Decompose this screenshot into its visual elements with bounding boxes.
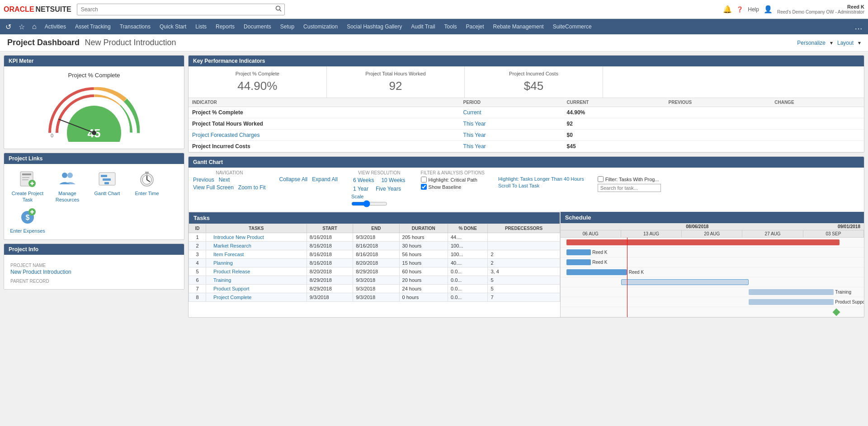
- kpi-col-current: CURRENT: [563, 98, 665, 107]
- task-name-4[interactable]: Product Release: [206, 267, 307, 276]
- kpi-col-period: PERIOD: [460, 98, 563, 107]
- scale-slider[interactable]: [351, 200, 387, 207]
- kpi-row-indicator-2[interactable]: Project Forecasted Charges: [189, 130, 460, 141]
- kpi-table: INDICATOR PERIOD CURRENT PREVIOUS CHANGE…: [189, 98, 864, 152]
- task-start-0: 8/16/2018: [307, 233, 353, 242]
- 1year-btn[interactable]: 1 Year: [351, 185, 370, 192]
- search-bar[interactable]: [77, 4, 285, 15]
- menu-item-activities[interactable]: Activities: [40, 19, 71, 34]
- task-start-7: 9/3/2018: [307, 293, 353, 302]
- task-name-2[interactable]: Item Forecast: [206, 250, 307, 259]
- kpi-row-indicator-3: Project Incurred Costs: [189, 141, 460, 152]
- menu-item-asset-tracking[interactable]: Asset Tracking: [71, 19, 115, 34]
- task-id-2: 3: [189, 250, 206, 259]
- collapse-links: Collapse All Expand All: [279, 176, 338, 183]
- project-info-content: PROJECT NAME New Product Introduction PA…: [4, 255, 184, 289]
- task-name-5[interactable]: Training: [206, 276, 307, 285]
- zoom-to-fit-link[interactable]: Zoom to Fit: [238, 184, 266, 191]
- fiveyears-btn[interactable]: Five Years: [374, 185, 403, 192]
- notifications-icon[interactable]: 🔔: [723, 5, 732, 14]
- date-header-cols: 06 AUG 13 AUG 20 AUG 27 AUG 03 SEP: [561, 230, 864, 238]
- schedule-section: Schedule 08/06/2018 09/01/2018 06 AUG 13…: [560, 212, 864, 317]
- date-label-top: 08/06/2018: [682, 224, 712, 229]
- more-menu-icon[interactable]: …: [851, 22, 866, 32]
- next-link[interactable]: Next: [219, 177, 230, 183]
- kpi-section: Key Performance Indicators Project % Com…: [188, 55, 864, 153]
- task-id-4: 5: [189, 267, 206, 276]
- show-baseline-checkbox[interactable]: [421, 184, 427, 190]
- nav-icons: 🔔 ❓ Help 👤 Reed K Reed's Demo Company OW…: [723, 4, 864, 14]
- menu-item-tools[interactable]: Tools: [440, 19, 462, 34]
- 10weeks-btn[interactable]: 10 Weeks: [379, 177, 407, 184]
- menu-item-quick-start[interactable]: Quick Start: [155, 19, 191, 34]
- menu-item-pacejet[interactable]: Pacejet: [462, 19, 489, 34]
- gantt-row-5: Training: [561, 287, 864, 297]
- kpi-col-indicator: INDICATOR: [189, 98, 460, 107]
- nav-links-2: View Full Screen Zoom to Fit: [193, 184, 266, 191]
- task-pred-3: 2: [488, 259, 560, 267]
- star-icon[interactable]: ☆: [15, 23, 28, 31]
- user-company: Reed's Demo Company OW - Administrator: [777, 9, 864, 14]
- svg-rect-24: [145, 172, 149, 173]
- svg-rect-17: [101, 175, 107, 177]
- critical-path-row: Highlight: Critical Path: [421, 177, 485, 183]
- project-name-value[interactable]: New Product Introduction: [10, 269, 178, 275]
- logo: ORACLE NETSUITE: [4, 5, 71, 14]
- task-duration-5: 20 hours: [399, 276, 448, 285]
- task-duration-7: 0 hours: [399, 293, 448, 302]
- scroll-last-link[interactable]: Scroll To Last Task: [498, 183, 584, 188]
- link-gantt-chart[interactable]: Gantt Chart: [89, 169, 125, 203]
- expand-all-link[interactable]: Expand All: [312, 176, 338, 183]
- 6weeks-btn[interactable]: 6 Weeks: [351, 177, 376, 184]
- menu-item-suitecommerce[interactable]: SuiteCommerce: [548, 19, 596, 34]
- scale-slider-wrapper[interactable]: [351, 200, 407, 209]
- col-pred: PREDECESSORS: [488, 224, 560, 233]
- highlight-critical-checkbox[interactable]: [421, 177, 427, 183]
- menu-item-customization[interactable]: Customization: [299, 19, 342, 34]
- task-name-3[interactable]: Planning: [206, 259, 307, 267]
- help-label[interactable]: Help: [748, 6, 759, 13]
- link-enter-time[interactable]: Enter Time: [129, 169, 165, 203]
- view-resolution-group: VIEW RESOLUTION 6 Weeks 10 Weeks 1 Year …: [351, 170, 407, 209]
- menu-item-transactions[interactable]: Transactions: [115, 19, 155, 34]
- search-input[interactable]: [77, 6, 273, 13]
- highlight-longer-link[interactable]: Highlight: Tasks Longer Than 40 Hours: [498, 176, 584, 182]
- history-icon[interactable]: ↺: [2, 23, 15, 31]
- task-name-1[interactable]: Market Research: [206, 242, 307, 250]
- svg-point-5: [92, 131, 96, 135]
- search-button[interactable]: [273, 5, 284, 13]
- gantt-bar-5: [749, 289, 834, 295]
- filter-tasks-group: Filter: Tasks With Prog...: [598, 170, 661, 192]
- link-enter-expenses[interactable]: $ Enter Expenses: [9, 207, 46, 234]
- kpi-row-previous-0: [665, 107, 771, 118]
- filter-tasks-checkbox[interactable]: [598, 176, 604, 182]
- link-create-project-task[interactable]: Create Project Task: [9, 169, 46, 203]
- previous-link[interactable]: Previous: [193, 177, 214, 183]
- task-name-0[interactable]: Introduce New Product: [206, 233, 307, 242]
- menu-item-documents[interactable]: Documents: [239, 19, 276, 34]
- task-name-6[interactable]: Product Support: [206, 285, 307, 293]
- menu-item-setup[interactable]: Setup: [276, 19, 299, 34]
- search-task-input[interactable]: [598, 184, 661, 192]
- menu-item-social-hashtag[interactable]: Social Hashtag Gallery: [342, 19, 406, 34]
- view-fullscreen-link[interactable]: View Full Screen: [193, 184, 234, 191]
- kpi-value-1: 92: [334, 79, 458, 93]
- layout-link[interactable]: Layout: [837, 40, 854, 46]
- gauge-chart: 45 0: [44, 83, 144, 143]
- project-links-header: Project Links: [4, 153, 184, 164]
- help-icon[interactable]: ❓: [736, 6, 743, 13]
- task-name-7[interactable]: Project Complete: [206, 293, 307, 302]
- kpi-row-period-0: Current: [460, 107, 563, 118]
- svg-rect-9: [22, 177, 29, 178]
- link-manage-resources[interactable]: Manage Resources: [49, 169, 85, 203]
- menu-item-audit-trail[interactable]: Audit Trail: [406, 19, 439, 34]
- home-icon[interactable]: ⌂: [28, 23, 40, 31]
- kpi-label-2: Project Incurred Costs: [472, 71, 595, 76]
- menu-item-reports[interactable]: Reports: [211, 19, 239, 34]
- menu-item-lists[interactable]: Lists: [191, 19, 211, 34]
- collapse-all-link[interactable]: Collapse All: [279, 176, 308, 183]
- user-icon[interactable]: 👤: [764, 5, 773, 14]
- menu-item-rebate[interactable]: Rebate Management: [489, 19, 548, 34]
- personalize-link[interactable]: Personalize: [797, 40, 826, 46]
- kpi-cell-2: Project Incurred Costs $45: [465, 66, 603, 98]
